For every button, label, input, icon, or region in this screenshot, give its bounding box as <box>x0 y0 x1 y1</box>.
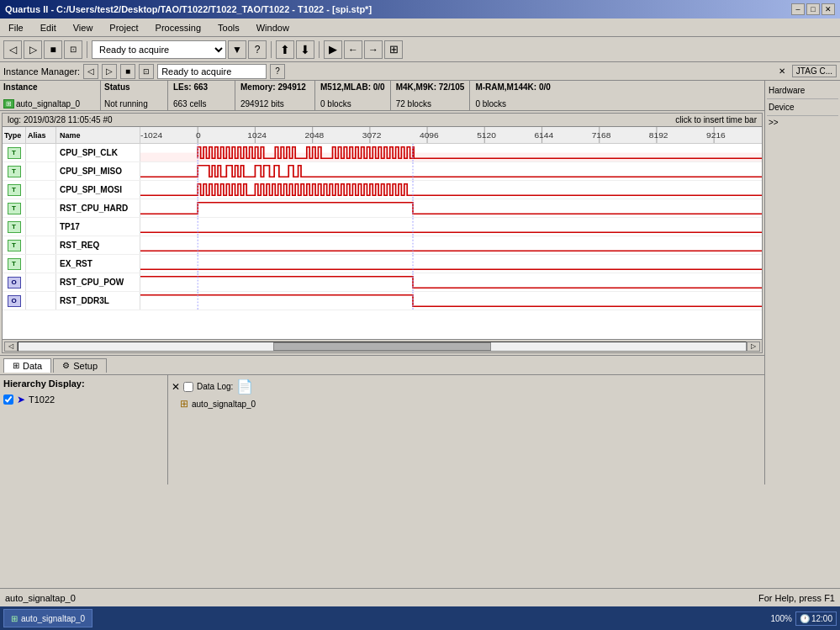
type-cell-1: T <box>3 144 26 161</box>
toolbar-open-btn[interactable]: ⊡ <box>64 40 82 59</box>
inst-mgr-stop[interactable]: ■ <box>120 64 135 79</box>
scroll-left-btn[interactable]: ◁ <box>4 341 18 352</box>
data-log-checkbox[interactable] <box>183 382 193 392</box>
m512-label: M512,MLAB: 0/0 <box>320 82 385 92</box>
toolbar-left-btn[interactable]: ← <box>344 40 362 59</box>
svg-text:3072: 3072 <box>362 131 382 140</box>
type-icon-4: T <box>8 203 21 214</box>
status-value: Not running <box>104 99 164 109</box>
signal-col-headers: Type Alias Name <box>3 127 762 144</box>
menu-bar: File Edit View Project Processing Tools … <box>0 19 840 37</box>
right-panel-hardware[interactable]: Hardware <box>767 82 838 99</box>
m4k-col: M4K,M9K: 72/105 72 blocks <box>391 81 471 110</box>
taskbar-item-icon: ⊞ <box>11 614 18 623</box>
name-cell-3: CPU_SPI_MOSI <box>56 181 140 199</box>
toolbar-upload-btn[interactable]: ⬆ <box>276 40 294 59</box>
hierarchy-title: Hierarchy Display: <box>3 379 164 389</box>
taskbar-item[interactable]: ⊞ auto_signaltap_0 <box>3 609 92 627</box>
svg-rect-21 <box>140 153 762 162</box>
alias-cell-8 <box>26 273 56 291</box>
waveform-3 <box>140 181 762 199</box>
memory-val: 294912 bits <box>240 99 309 109</box>
toolbar-stop-btn[interactable]: ■ <box>44 40 62 59</box>
instance-manager-bar: Instance Manager: ◁ ▷ ■ ⊡ ? ✕ JTAG C... <box>0 62 840 81</box>
menu-file[interactable]: File <box>3 22 29 34</box>
toolbar-separator-1 <box>87 41 87 58</box>
close-button[interactable]: ✕ <box>822 3 835 15</box>
alias-cell-3 <box>26 181 56 199</box>
toolbar-separator-2 <box>271 41 272 58</box>
name-cell-5: TP17 <box>56 218 140 236</box>
name-cell-8: RST_CPU_POW <box>56 273 140 291</box>
data-log-icon: 📄 <box>236 379 253 394</box>
data-log-close[interactable]: ✕ <box>172 381 180 393</box>
tab-data[interactable]: ⊞ Data <box>3 358 51 373</box>
inst-mgr-question[interactable]: ? <box>270 64 285 79</box>
signal-panel: log: 2019/03/28 11:05:45 #0 click to ins… <box>2 113 763 353</box>
inst-mgr-fwd[interactable]: ▷ <box>102 64 117 79</box>
inst-mgr-back[interactable]: ◁ <box>83 64 98 79</box>
ready-to-acquire-select[interactable]: Ready to acquire <box>92 40 226 59</box>
toolbar-forward-btn[interactable]: ▷ <box>24 40 42 59</box>
alias-cell-5 <box>26 218 56 236</box>
mram-label: M-RAM,M144K: 0/0 <box>475 82 550 92</box>
log-text: log: 2019/03/28 11:05:45 #0 <box>8 115 113 124</box>
inst-mgr-input[interactable] <box>157 64 267 79</box>
taskbar: ⊞ auto_signaltap_0 100% 🕐 12:00 <box>0 606 840 630</box>
name-cell-2: CPU_SPI_MISO <box>56 162 140 180</box>
menu-processing[interactable]: Processing <box>151 22 206 34</box>
menu-view[interactable]: View <box>68 22 98 34</box>
title-bar: Quartus II - C:/Users/test2/Desktop/TAO/… <box>0 0 840 19</box>
svg-text:9216: 9216 <box>706 131 726 140</box>
toolbar-right-btn[interactable]: → <box>364 40 383 59</box>
instance-manager-label: Instance Manager: <box>3 66 80 77</box>
signal-row-rst-req: T RST_REQ <box>3 236 762 255</box>
type-icon-3: T <box>8 184 21 196</box>
tab-setup[interactable]: ⚙ Setup <box>53 358 107 373</box>
signal-row-rst-ddr3l: O RST_DDR3L <box>3 292 762 310</box>
status-left: auto_signaltap_0 <box>5 593 76 603</box>
hierarchy-item-t1022[interactable]: ➤ T1022 <box>3 392 164 407</box>
menu-tools[interactable]: Tools <box>213 22 245 34</box>
toolbar-grid-btn[interactable]: ⊞ <box>384 40 403 59</box>
clock-time: 12:00 <box>811 614 832 623</box>
svg-text:5120: 5120 <box>477 131 496 140</box>
signal-row-ex-rst: T EX_RST <box>3 255 762 273</box>
hierarchy-checkbox[interactable] <box>3 394 13 405</box>
menu-project[interactable]: Project <box>104 22 143 34</box>
mram-val: 0 blocks <box>475 99 550 109</box>
data-log-label: Data Log: <box>197 382 233 391</box>
maximize-button[interactable]: □ <box>806 3 820 15</box>
expand-icon: >> <box>769 118 779 127</box>
les-col: LEs: 663 663 cells <box>168 81 235 110</box>
toolbar-dropdown-btn[interactable]: ▼ <box>228 40 246 59</box>
bottom-panel: Hierarchy Display: ➤ T1022 ✕ Data Log: 📄… <box>0 375 764 484</box>
minimize-button[interactable]: – <box>791 3 805 15</box>
signal-rows-container[interactable]: T CPU_SPI_CLK <box>3 144 762 339</box>
jtag-label[interactable]: JTAG C... <box>792 65 837 77</box>
toolbar-download-btn[interactable]: ⬇ <box>296 40 314 59</box>
h-scrollbar[interactable] <box>18 341 747 352</box>
hierarchy-panel: Hierarchy Display: ➤ T1022 <box>0 375 168 484</box>
inst-mgr-close[interactable]: ✕ <box>779 66 785 76</box>
hierarchy-arrow-icon: ➤ <box>17 394 25 405</box>
svg-text:4096: 4096 <box>420 131 439 140</box>
alias-cell-1 <box>26 144 56 161</box>
hierarchy-item-label: T1022 <box>29 394 55 405</box>
toolbar-question-btn[interactable]: ? <box>248 40 267 59</box>
type-cell-2: T <box>3 162 26 180</box>
type-cell-9: O <box>3 292 26 310</box>
toolbar-separator-3 <box>319 41 320 58</box>
waveform-9 <box>140 292 762 310</box>
stats-instance-row: Instance ⊞ auto_signaltap_0 Status Not r… <box>0 81 764 111</box>
toolbar-back-btn[interactable]: ◁ <box>3 40 22 59</box>
h-scrollbar-thumb[interactable] <box>273 342 492 351</box>
right-panel-expand[interactable]: >> <box>767 116 838 129</box>
inst-mgr-open[interactable]: ⊡ <box>139 64 154 79</box>
toolbar-run-btn[interactable]: ▶ <box>324 40 342 59</box>
scroll-right-btn[interactable]: ▷ <box>747 341 760 352</box>
right-panel-device[interactable]: Device <box>767 99 838 116</box>
type-icon-1: T <box>8 147 21 159</box>
menu-edit[interactable]: Edit <box>35 22 61 34</box>
menu-window[interactable]: Window <box>251 22 294 34</box>
